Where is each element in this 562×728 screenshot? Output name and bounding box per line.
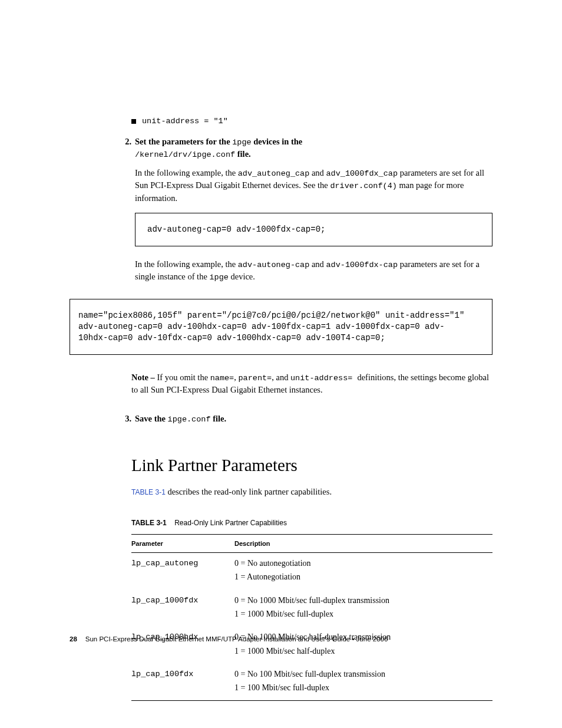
table-header-row: Parameter Description [131,535,492,553]
desc-line: 1 = 1000 Mbit/sec half-duplex [234,645,492,657]
table-row: lp_cap_100fdx 0 = No 100 Mbit/sec full-d… [131,664,492,701]
code-inline: ipge.conf [168,415,211,424]
text: In the following example, the [135,168,238,177]
param-cell: lp_cap_1000fdx [131,590,234,627]
paragraph: In the following example, the adv_autone… [135,167,492,205]
desc-line: 0 = No 1000 Mbit/sec full-duplex transmi… [234,595,492,607]
note-lead: Note – [131,373,157,382]
desc-line: 0 = No 100 Mbit/sec full-duplex transmis… [234,668,492,680]
paragraph: In the following example, the adv-autone… [135,258,492,284]
param-cell: lp_cap_autoneg [131,553,234,590]
code-block-full: name="pciex8086,105f" parent="/pci@7c0/p… [70,299,492,355]
text: describes the read-only link partner cap… [166,487,332,496]
table-row: lp_cap_1000hdx 0 = No 1000 Mbit/sec half… [131,627,492,664]
code-inline: adv-autoneg-cap [238,261,310,269]
th-description: Description [234,535,492,553]
text: If you omit the [157,373,210,382]
text: and [309,168,326,177]
code-block: adv-autoneg-cap=0 adv-1000fdx-cap=0; [135,213,492,246]
bullet-text: unit-address = "1" [142,116,228,127]
param-cell: lp_cap_100fdx [131,664,234,701]
step-body: Save the ipge.conf file. [135,413,492,426]
text: and [309,259,326,269]
table-row: lp_cap_autoneg 0 = No autonegotiation 1 … [131,553,492,590]
step-number: 3. [121,413,131,426]
desc-line: 0 = No autonegotiation [234,558,492,569]
section-heading: Link Partner Parameters [131,453,492,477]
code-inline: name= [210,374,234,383]
content-column: unit-address = "1" 2. Set the parameters… [131,116,492,701]
page-number: 28 [70,635,77,643]
code-inline: adv_autoneg_cap [238,169,310,178]
text: In the following example, the [135,259,238,269]
page: unit-address = "1" 2. Set the parameters… [0,0,562,728]
step-text: devices in the [252,137,303,146]
text: , and [272,373,290,382]
desc-cell: 0 = No 1000 Mbit/sec full-duplex transmi… [234,590,492,627]
desc-line: 1 = 100 Mbit/sec full-duplex [234,682,492,694]
square-bullet-icon [131,119,136,124]
desc-cell: 0 = No 100 Mbit/sec full-duplex transmis… [234,664,492,701]
desc-cell: 0 = No 1000 Mbit/sec half-duplex transmi… [234,627,492,664]
code-inline: parent= [238,374,272,383]
bullet-item: unit-address = "1" [131,116,492,127]
cross-ref-link[interactable]: TABLE 3-1 [131,488,166,496]
text: device. [229,272,255,281]
step-text: file. [211,414,227,423]
step-text: file. [235,149,251,159]
th-parameter: Parameter [131,535,234,553]
desc-cell: 0 = No autonegotiation 1 = Autonegotiati… [234,553,492,590]
desc-line: 1 = Autonegotiation [234,571,492,583]
lp-table: Parameter Description lp_cap_autoneg 0 =… [131,534,492,701]
code-inline: ipge [209,273,228,282]
footer-text: Sun PCI-Express Dual Gigabit Ethernet MM… [85,635,388,643]
code-inline: adv_1000fdx_cap [326,169,398,178]
step-3: 3. Save the ipge.conf file. [131,413,492,426]
param-cell: lp_cap_1000hdx [131,627,234,664]
step-2: 2. Set the parameters for the ipge devic… [131,136,492,292]
code-inline: ipge [232,138,251,147]
code-inline: unit-address= [290,374,357,383]
step-text: Set the parameters for the [135,137,232,146]
caption-label: TABLE 3-1 [131,519,167,527]
step-text: Save the [135,414,168,423]
page-footer: 28Sun PCI-Express Dual Gigabit Ethernet … [70,634,388,644]
note: Note – If you omit the name=, parent=, a… [131,371,492,397]
desc-line: 1 = 1000 Mbit/sec full-duplex [234,608,492,620]
code-inline: driver.conf(4) [330,182,396,190]
caption-title: Read-Only Link Partner Capabilities [174,519,287,527]
step-body: Set the parameters for the ipge devices … [135,136,492,292]
table-row: lp_cap_1000fdx 0 = No 1000 Mbit/sec full… [131,590,492,627]
table-caption: TABLE 3-1 Read-Only Link Partner Capabil… [131,518,492,528]
step-number: 2. [121,136,131,292]
paragraph: TABLE 3-1 describes the read-only link p… [131,486,492,498]
code-inline: adv-1000fdx-cap [326,261,398,269]
code-inline: /kernel/drv/ipge.conf [135,150,235,159]
